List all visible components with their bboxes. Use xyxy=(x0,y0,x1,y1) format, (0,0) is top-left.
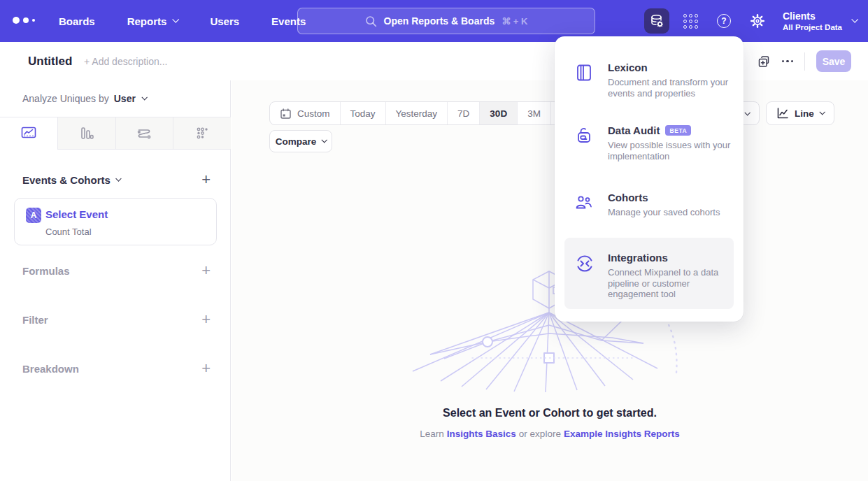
header-divider xyxy=(804,52,805,71)
empty-state-heading: Select an Event or Cohort to get started… xyxy=(232,407,868,419)
menu-item-cohorts[interactable]: Cohorts Manage your saved cohorts xyxy=(564,185,734,225)
project-org-name: Clients xyxy=(783,10,842,22)
event-card[interactable]: A Select Event Count Total xyxy=(14,198,217,245)
tab-bar-chart[interactable] xyxy=(57,117,115,150)
nav-item-reports[interactable]: Reports xyxy=(127,15,178,27)
chevron-down-icon xyxy=(851,16,858,23)
date-range-custom[interactable]: Custom xyxy=(270,102,340,124)
top-navigation-bar: Boards Reports Users Events Open Reports… xyxy=(0,0,868,42)
menu-item-title: Integrations xyxy=(608,252,668,264)
copy-plus-icon xyxy=(757,55,771,69)
events-cohorts-section: Events & Cohorts + xyxy=(22,173,211,187)
question-mark-icon: ? xyxy=(717,14,731,28)
event-aggregation[interactable]: Count Total xyxy=(45,227,92,237)
add-description-field[interactable]: + Add description... xyxy=(84,56,167,67)
global-search-input[interactable]: Open Reports & Boards ⌘ + K xyxy=(297,8,595,34)
breakdown-section: Breakdown + xyxy=(22,361,211,375)
line-chart-icon xyxy=(20,125,37,142)
beta-badge: BETA xyxy=(665,125,691,136)
visualization-tabs xyxy=(0,117,231,150)
chart-type-dropdown[interactable]: Line xyxy=(766,101,834,125)
add-event-button[interactable]: + xyxy=(201,173,211,187)
data-management-button[interactable] xyxy=(644,8,669,34)
integrations-sync-icon xyxy=(574,253,595,274)
menu-item-data-audit[interactable]: Data Audit BETA View possible issues wit… xyxy=(564,117,734,168)
chevron-down-icon xyxy=(744,110,750,115)
flow-stream-icon xyxy=(136,125,152,142)
analyze-by-label: Analyze Uniques by xyxy=(22,93,109,104)
cohorts-users-icon xyxy=(574,193,594,213)
database-gear-icon xyxy=(649,13,664,29)
project-data-scope: All Project Data xyxy=(783,22,842,32)
chevron-down-icon xyxy=(819,109,825,115)
apps-menu-button[interactable] xyxy=(678,8,703,34)
dots-grid-icon xyxy=(194,125,211,142)
nav-item-boards[interactable]: Boards xyxy=(59,15,95,27)
menu-item-description: Connect Mixpanel to a data pipeline or c… xyxy=(608,267,734,300)
report-canvas: Custom Today Yesterday 7D 30D 3M 6M Line… xyxy=(232,80,868,481)
project-selector[interactable]: Clients All Project Data xyxy=(783,10,857,32)
app-window: Boards Reports Users Events Open Reports… xyxy=(0,0,868,481)
empty-sub-middle: or explore xyxy=(519,429,561,439)
menu-item-description: View possible issues with your implement… xyxy=(608,140,734,161)
more-options-button[interactable] xyxy=(782,60,794,63)
gear-icon xyxy=(750,13,765,29)
date-range-today[interactable]: Today xyxy=(340,102,385,124)
insights-basics-link[interactable]: Insights Basics xyxy=(447,429,516,439)
date-range-control: Custom Today Yesterday 7D 30D 3M 6M xyxy=(269,101,585,125)
mixpanel-logo-icon[interactable] xyxy=(13,17,35,24)
data-audit-lock-icon xyxy=(574,126,594,145)
line-type-icon xyxy=(776,107,789,120)
tab-metric-grid[interactable] xyxy=(173,117,231,150)
search-icon xyxy=(365,15,377,27)
save-button[interactable]: Save xyxy=(816,50,851,72)
formulas-section: Formulas + xyxy=(22,264,211,278)
calendar-icon xyxy=(280,108,292,120)
formulas-header: Formulas xyxy=(22,265,70,277)
chevron-down-icon xyxy=(173,16,180,23)
search-placeholder: Open Reports & Boards xyxy=(384,15,495,27)
apps-grid-icon xyxy=(683,14,698,29)
add-breakdown-button[interactable]: + xyxy=(201,361,211,375)
report-actions: Save xyxy=(757,42,852,80)
search-shortcut: ⌘ + K xyxy=(501,16,527,27)
add-filter-button[interactable]: + xyxy=(201,313,211,326)
help-button[interactable]: ? xyxy=(711,8,737,34)
menu-item-title: Data Audit xyxy=(608,124,660,136)
breakdown-header: Breakdown xyxy=(22,363,79,375)
nav-right-cluster: ? Clients All Project Data xyxy=(644,0,868,42)
settings-button[interactable] xyxy=(745,8,770,34)
date-range-yesterday[interactable]: Yesterday xyxy=(385,102,448,124)
data-management-menu: Lexicon Document and transform your even… xyxy=(555,36,744,322)
example-reports-link[interactable]: Example Insights Reports xyxy=(564,429,680,439)
chevron-down-icon xyxy=(141,94,147,100)
chevron-down-icon xyxy=(322,137,327,143)
query-builder-sidebar: Analyze Uniques by User xyxy=(0,80,231,481)
menu-item-integrations[interactable]: Integrations Connect Mixpanel to a data … xyxy=(564,238,734,309)
add-formula-button[interactable]: + xyxy=(201,264,211,278)
date-range-7d[interactable]: 7D xyxy=(447,102,479,124)
select-event-button[interactable]: Select Event xyxy=(45,208,108,220)
date-range-30d[interactable]: 30D xyxy=(479,102,517,124)
events-cohorts-header[interactable]: Events & Cohorts xyxy=(22,174,120,186)
menu-item-description: Document and transform your events and p… xyxy=(608,77,734,99)
tab-flow-chart[interactable] xyxy=(115,117,173,150)
compare-button[interactable]: Compare xyxy=(269,130,332,152)
tab-line-chart[interactable] xyxy=(0,117,57,150)
chart-type-label: Line xyxy=(795,108,814,119)
menu-item-lexicon[interactable]: Lexicon Document and transform your even… xyxy=(564,55,734,106)
empty-sub-prefix: Learn xyxy=(420,429,444,439)
duplicate-report-button[interactable] xyxy=(757,55,771,69)
filter-section: Filter + xyxy=(22,313,211,326)
menu-item-title: Lexicon xyxy=(608,62,648,73)
menu-item-title: Cohorts xyxy=(608,192,648,203)
nav-item-users[interactable]: Users xyxy=(210,15,239,27)
analyze-by-selector[interactable]: User xyxy=(114,93,146,104)
analyze-by-row: Analyze Uniques by User xyxy=(22,80,146,117)
empty-state-subtext: Learn Insights Basics or explore Example… xyxy=(232,429,868,439)
menu-item-description: Manage your saved cohorts xyxy=(608,207,734,218)
filter-header: Filter xyxy=(22,314,48,326)
report-title[interactable]: Untitled xyxy=(28,55,72,69)
event-series-badge: A xyxy=(26,208,41,223)
date-range-3m[interactable]: 3M xyxy=(517,102,550,124)
